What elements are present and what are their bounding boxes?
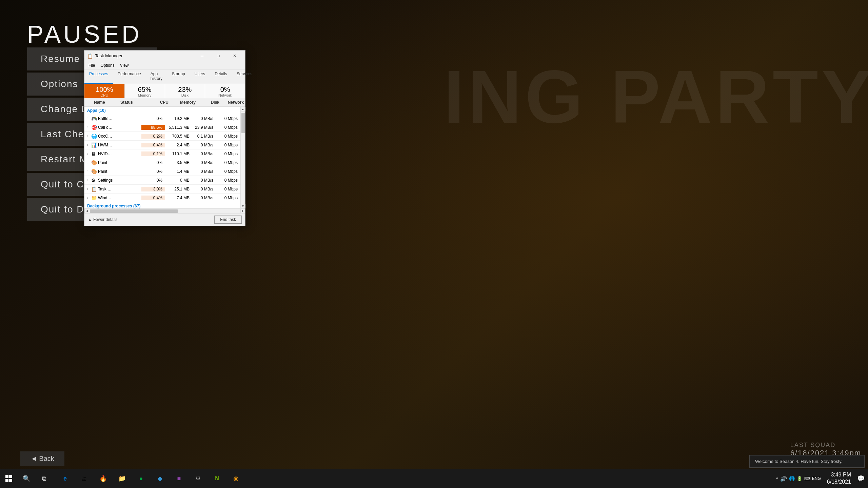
green-app-icon: ● <box>139 475 143 482</box>
notifications-icon[interactable]: 💬 <box>857 475 865 482</box>
process-disk: 23.9 MB/s <box>192 125 216 130</box>
row-expand[interactable]: › <box>84 187 91 191</box>
row-expand[interactable]: › <box>84 178 91 182</box>
process-cpu: 0% <box>141 116 165 121</box>
fewer-details-button[interactable]: ▲ Fewer details <box>88 217 117 222</box>
cpu-label: CPU <box>86 93 123 97</box>
process-memory: 5,511.3 MB <box>165 125 192 130</box>
row-expand[interactable]: › <box>84 169 91 173</box>
task-manager-tabs: Processes Performance App history Startu… <box>84 69 245 84</box>
table-row[interactable]: › 📁 Windows Explorer 0.4% 7.4 MB 0 MB/s … <box>84 194 240 202</box>
network-label: Network <box>206 93 244 97</box>
taskbar-app-nvidia[interactable]: N <box>208 469 226 488</box>
cpu-percent: 100% <box>86 86 123 93</box>
tab-services[interactable]: Services <box>232 69 257 84</box>
minimize-button[interactable]: ─ <box>194 51 210 61</box>
end-task-button[interactable]: End task <box>214 216 242 224</box>
table-row[interactable]: › 📋 Task Manager 3.0% 25.1 MB 0 MB/s 0 M… <box>84 185 240 194</box>
taskbar-app-fire[interactable]: 🔥 <box>94 469 112 488</box>
col-header-cpu[interactable]: CPU <box>146 99 170 105</box>
task-view-button[interactable]: ⧉ <box>35 469 53 488</box>
taskbar-app-game[interactable]: ◉ <box>227 469 245 488</box>
col-header-memory[interactable]: Memory <box>170 99 197 105</box>
row-expand[interactable]: › <box>84 143 91 147</box>
menu-view[interactable]: View <box>117 62 132 68</box>
taskbar-right: ^ 🔊 🌐 🔋 ⌨ ENG 3:49 PM 6/18/2021 💬 <box>776 469 868 488</box>
row-expand[interactable]: › <box>84 152 91 156</box>
tab-users[interactable]: Users <box>190 69 210 84</box>
process-network: 0 Mbps <box>216 169 240 174</box>
menu-file[interactable]: File <box>86 62 98 68</box>
language-indicator[interactable]: ⌨ ENG <box>804 476 821 481</box>
window-controls: ─ □ ✕ <box>194 51 242 61</box>
col-header-name[interactable]: Name <box>91 99 119 105</box>
clock-time: 3:49 PM <box>827 471 851 479</box>
row-expand[interactable]: › <box>84 117 91 120</box>
tab-processes[interactable]: Processes <box>84 69 113 84</box>
table-row[interactable]: › 🎨 Paint 0% 3.5 MB 0 MB/s 0 Mbps <box>84 158 240 167</box>
table-row[interactable]: › ⚙ Settings 0% 0 MB 0 MB/s 0 Mbps <box>84 176 240 185</box>
col-header-disk[interactable]: Disk <box>197 99 221 105</box>
tab-performance[interactable]: Performance <box>113 69 146 84</box>
scroll-up-button[interactable]: ▲ <box>241 107 245 111</box>
process-memory: 2.4 MB <box>165 143 192 147</box>
table-row[interactable]: › 🎨 Paint 0% 1.4 MB 0 MB/s 0 Mbps <box>84 167 240 176</box>
taskbar-app-edge[interactable]: e <box>56 469 74 488</box>
taskbar-app-folder[interactable]: 📁 <box>113 469 131 488</box>
table-row[interactable]: › 🌐 CocCoc (32 bit) (16) 0.2% 703.5 MB 0… <box>84 132 240 141</box>
systray: ^ 🔊 🌐 🔋 ⌨ ENG <box>776 475 821 482</box>
tab-startup[interactable]: Startup <box>167 69 190 84</box>
col-header-network[interactable]: Network <box>221 99 245 105</box>
col-header-status[interactable]: Status <box>119 99 146 105</box>
taskbar-app-settings[interactable]: ⚙ <box>189 469 207 488</box>
table-row[interactable]: › 🖥 NVIDIA Control Panel 0.1% 110.1 MB 0… <box>84 149 240 158</box>
process-memory: 3.5 MB <box>165 160 192 165</box>
process-memory: 1.4 MB <box>165 169 192 174</box>
speaker-icon[interactable]: 🔊 <box>780 475 787 482</box>
taskbar-app-blue[interactable]: ◆ <box>151 469 169 488</box>
process-disk: 0 MB/s <box>192 151 216 156</box>
taskbar: 🔍 ⧉ e 🗂 🔥 📁 ● ◆ ■ ⚙ N <box>0 469 868 488</box>
process-name: Windows Explorer <box>98 196 114 200</box>
taskbar-app-green[interactable]: ● <box>132 469 150 488</box>
process-list[interactable]: Apps (10) › 🎮 Battle.net (32 bit) (2) 0%… <box>84 107 240 208</box>
background-section-header[interactable]: Background processes (67) <box>84 202 240 208</box>
process-icon: ⚙ <box>91 178 98 183</box>
paused-title: PAUSED <box>27 20 142 48</box>
table-row[interactable]: › 📊 HWMonitor 0.4% 2.4 MB 0 MB/s 0 Mbps <box>84 141 240 149</box>
row-expand[interactable]: › <box>84 161 91 164</box>
close-button[interactable]: ✕ <box>227 51 242 61</box>
taskbar-app-purple[interactable]: ■ <box>170 469 188 488</box>
maximize-button[interactable]: □ <box>211 51 226 61</box>
back-button[interactable]: ◄ Back <box>20 451 64 466</box>
process-name: Battle.net (32 bit) (2) <box>98 116 114 121</box>
row-expand[interactable]: › <box>84 125 91 129</box>
taskbar-clock[interactable]: 3:49 PM 6/18/2021 <box>824 471 854 486</box>
resource-summary: 100% CPU 65% Memory 23% Disk 0% Network <box>84 84 245 98</box>
process-cpu: 0.4% <box>141 143 165 147</box>
process-network: 0 Mbps <box>216 151 240 156</box>
horizontal-scrollbar[interactable]: ◄ ► <box>84 208 245 213</box>
process-name: Task Manager <box>98 187 114 191</box>
scroll-left-button[interactable]: ◄ <box>84 209 89 214</box>
table-row[interactable]: › 🎯 Call of Duty®: Modern Warfare® 88.6%… <box>84 123 240 132</box>
scroll-down-button[interactable]: ▼ <box>241 204 245 208</box>
table-row[interactable]: › 🎮 Battle.net (32 bit) (2) 0% 19.2 MB 0… <box>84 114 240 123</box>
apps-section-header[interactable]: Apps (10) <box>84 107 240 114</box>
menu-options[interactable]: Options <box>98 62 117 68</box>
battery-icon[interactable]: 🔋 <box>797 476 802 481</box>
process-name: Settings <box>98 178 114 183</box>
tab-app-history[interactable]: App history <box>146 69 167 84</box>
disk-percent: 23% <box>166 86 204 93</box>
search-button[interactable]: 🔍 <box>18 469 35 488</box>
scroll-right-button[interactable]: ► <box>240 209 245 214</box>
network-icon[interactable]: 🌐 <box>789 476 795 481</box>
row-expand[interactable]: › <box>84 196 91 200</box>
systray-expand[interactable]: ^ <box>776 476 778 481</box>
row-expand[interactable]: › <box>84 134 91 138</box>
start-button[interactable] <box>0 469 18 488</box>
taskbar-app-explorer[interactable]: 🗂 <box>75 469 93 488</box>
memory-percent: 65% <box>126 86 163 93</box>
process-network: 0 Mbps <box>216 134 240 139</box>
tab-details[interactable]: Details <box>210 69 232 84</box>
